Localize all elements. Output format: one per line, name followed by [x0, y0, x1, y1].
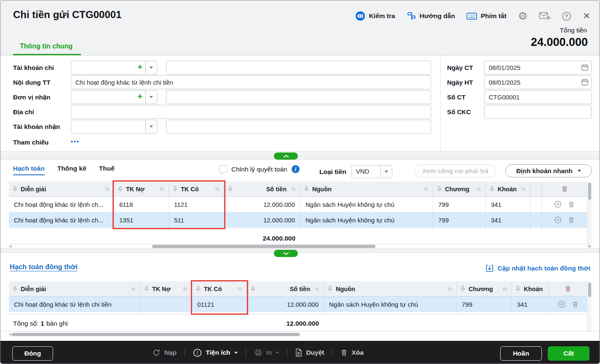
utilities-button[interactable]: Tiện ích: [193, 348, 237, 357]
calendar-icon[interactable]: [581, 64, 596, 73]
col-chuong[interactable]: Chương: [433, 182, 486, 196]
view-payable-button[interactable]: Xem công nợ phải trả: [414, 164, 496, 177]
gear-icon[interactable]: ⚙: [518, 11, 528, 21]
help-icon[interactable]: [562, 11, 571, 21]
scrollbar-thumb[interactable]: [588, 283, 591, 297]
quick-entry-button[interactable]: Định khoản nhanh: [505, 164, 592, 177]
save-button[interactable]: Cất: [548, 346, 589, 361]
account-pay-dropdown[interactable]: [145, 61, 157, 74]
tab-hachtoan[interactable]: Hạch toán: [13, 165, 45, 175]
horizontal-scrollbar[interactable]: [9, 333, 587, 337]
scrollbar-thumb[interactable]: [152, 245, 375, 248]
info-icon[interactable]: i: [292, 165, 300, 173]
send-feedback-icon[interactable]: [539, 11, 550, 21]
cell-so-tien[interactable]: 12.000.000: [224, 212, 300, 228]
cell-khoan[interactable]: 341: [486, 212, 530, 228]
delete-button[interactable]: Xóa: [340, 349, 363, 356]
vertical-scrollbar[interactable]: [587, 281, 592, 332]
cell-tk-no[interactable]: 6118: [114, 197, 169, 212]
doc-no-input[interactable]: [484, 90, 592, 104]
scrollbar-thumb[interactable]: [588, 183, 591, 200]
add-icon[interactable]: +: [137, 62, 142, 72]
account-recv-name-input[interactable]: [166, 120, 431, 134]
scroll-left-arrow-icon[interactable]: [9, 333, 11, 336]
address-input[interactable]: [71, 105, 431, 119]
currency-dropdown[interactable]: [380, 166, 392, 178]
add-icon[interactable]: +: [137, 92, 142, 102]
col-dien-giai[interactable]: Diễn giải: [9, 182, 114, 196]
pin-icon[interactable]: [13, 286, 17, 292]
cell-nguon[interactable]: Ngân sách Huyện không tự chủ: [324, 297, 457, 312]
postpone-button[interactable]: Hoãn: [500, 346, 542, 361]
tab-thue[interactable]: Thuế: [99, 165, 115, 175]
cell-tk-co[interactable]: 01121: [192, 297, 247, 312]
col-chuong[interactable]: Chương: [457, 281, 512, 296]
tab-thongke[interactable]: Thống kê: [57, 165, 86, 175]
account-recv-dropdown[interactable]: [145, 120, 157, 133]
vertical-scrollbar[interactable]: [587, 182, 592, 249]
calendar-icon[interactable]: [581, 78, 596, 88]
cell-chuong[interactable]: 799: [433, 197, 486, 212]
scroll-down-arrow-icon[interactable]: [588, 246, 591, 248]
cell-tk-co[interactable]: 1121: [169, 197, 224, 212]
col-nguon[interactable]: Nguồn: [300, 182, 433, 196]
cell-khoan[interactable]: 341: [486, 197, 530, 212]
col-so-tien[interactable]: Số tiền: [224, 182, 300, 196]
col-tk-co[interactable]: TK Có: [169, 182, 224, 196]
receiver-dropdown[interactable]: [145, 91, 157, 104]
col-tk-no[interactable]: TK Nợ: [114, 182, 169, 196]
cell-so-tien[interactable]: 12.000.000: [247, 297, 324, 312]
tab-general-info[interactable]: Thông tin chung: [13, 43, 81, 55]
shortcut-button[interactable]: Phím tắt: [466, 12, 506, 20]
pin-icon[interactable]: [461, 286, 465, 292]
cell-tk-no[interactable]: 1351: [114, 212, 169, 228]
cell-dien-giai[interactable]: Chi hoạt động khác từ lệnh ch...: [9, 197, 114, 212]
cell-chuong[interactable]: 799: [433, 212, 486, 228]
date-ht-input[interactable]: [484, 75, 592, 89]
reload-button[interactable]: Nạp: [152, 348, 177, 357]
pin-icon[interactable]: [118, 186, 123, 192]
pin-icon[interactable]: [251, 286, 255, 292]
close-icon[interactable]: ✕: [583, 11, 590, 21]
cell-so-tien[interactable]: 12.000.000: [224, 197, 300, 212]
pin-icon[interactable]: [516, 286, 520, 292]
col-dien-giai[interactable]: Diễn giải: [9, 281, 140, 296]
pin-icon[interactable]: [13, 186, 17, 192]
pin-icon[interactable]: [228, 186, 233, 192]
approve-button[interactable]: Duyệt: [295, 348, 324, 357]
currency-combo[interactable]: VND: [351, 165, 392, 178]
pin-icon[interactable]: [304, 186, 309, 192]
cell-dien-giai[interactable]: Chi hoạt động khác từ lệnh chi tiền: [9, 297, 140, 312]
cell-nguon[interactable]: Ngân sách Huyện không tự chủ: [300, 197, 433, 212]
simultaneous-accounting-link[interactable]: Hạch toán đồng thời: [10, 263, 78, 271]
check-button[interactable]: Kiểm tra: [355, 11, 395, 21]
close-form-button[interactable]: Đóng: [12, 346, 53, 361]
delete-row-icon[interactable]: [568, 201, 575, 208]
pin-icon[interactable]: [328, 286, 332, 292]
delete-row-icon[interactable]: [568, 217, 575, 224]
date-ct-input[interactable]: [484, 61, 592, 75]
pin-icon[interactable]: [173, 186, 177, 192]
pin-icon[interactable]: [437, 186, 442, 192]
insert-row-icon[interactable]: [558, 300, 565, 308]
adjust-settlement-checkbox[interactable]: [219, 165, 227, 173]
insert-row-icon[interactable]: [554, 201, 562, 208]
col-tk-co[interactable]: TK Có: [192, 281, 247, 296]
insert-row-icon[interactable]: [554, 216, 562, 224]
reference-more-button[interactable]: •••: [71, 138, 80, 145]
pin-icon[interactable]: [144, 286, 149, 292]
guide-button[interactable]: Hướng dẫn: [407, 11, 455, 21]
col-tk-no[interactable]: TK Nợ: [140, 281, 192, 296]
delete-all-rows-button[interactable]: [549, 281, 587, 296]
account-pay-combo[interactable]: +: [71, 61, 157, 75]
col-so-tien[interactable]: Số tiền: [247, 281, 324, 296]
pin-icon[interactable]: [490, 186, 494, 192]
collapse-down-button[interactable]: [274, 250, 298, 257]
receiver-name-input[interactable]: [166, 90, 431, 104]
update-simultaneous-link[interactable]: Cập nhật hạch toán đồng thời: [485, 264, 590, 273]
cell-tk-no[interactable]: [140, 297, 192, 312]
cell-nguon[interactable]: Ngân sách Huyện không tự chủ: [300, 212, 433, 228]
ckc-input[interactable]: [484, 105, 592, 119]
delete-all-rows-button[interactable]: [542, 182, 587, 196]
pin-icon[interactable]: [196, 286, 201, 292]
